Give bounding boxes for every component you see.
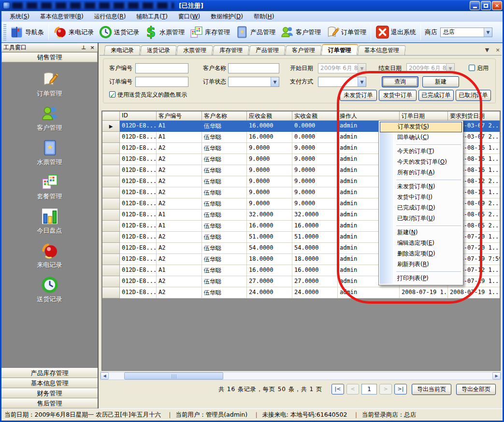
sidebar-item-6[interactable]: 送货记录 xyxy=(1,276,98,304)
enable-checkbox[interactable]: 启用 xyxy=(469,63,489,73)
status-filter-button-3[interactable]: 已取消订单 xyxy=(456,90,491,101)
menu-item-2[interactable]: 运行信息(R) xyxy=(89,12,131,22)
scrollbar-thumb[interactable] xyxy=(124,372,223,380)
first-page-button[interactable]: |< xyxy=(331,384,344,394)
menu-item-6[interactable]: 帮助(H) xyxy=(248,12,279,22)
tab-5[interactable]: 客户管理 xyxy=(285,45,322,55)
row-selector[interactable] xyxy=(102,165,120,176)
dropdown-icon[interactable]: ▼ xyxy=(483,47,491,53)
row-selector[interactable] xyxy=(102,210,120,221)
chevron-down-icon[interactable]: ▼ xyxy=(358,77,366,86)
sidebar-item-5[interactable]: 来电记录 xyxy=(1,241,98,269)
context-menu-item-9[interactable]: 已完成订单(D) xyxy=(380,203,462,213)
context-menu-item-3[interactable]: 今天的订单(T) xyxy=(380,146,462,157)
chevron-down-icon[interactable]: ▼ xyxy=(271,77,279,86)
context-menu-item-13[interactable]: 编辑选定项(E) xyxy=(380,238,462,249)
sidebar-section-3[interactable]: 售后管理 xyxy=(1,398,98,408)
row-selector[interactable] xyxy=(102,132,120,143)
context-menu-item-14[interactable]: 删除选定项(D) xyxy=(380,249,462,259)
context-menu-item-5[interactable]: 所有的订单(A) xyxy=(380,168,462,178)
context-menu-item-0[interactable]: 订单发货(S) xyxy=(380,122,462,132)
prev-page-button[interactable]: < xyxy=(346,384,359,394)
tab-6[interactable]: 订单管理 xyxy=(321,44,358,55)
minimize-icon[interactable] xyxy=(470,1,480,10)
sidebar-section-1[interactable]: 基本信息管理 xyxy=(1,378,98,388)
chevron-down-icon[interactable]: ▼ xyxy=(358,64,366,73)
sidebar-section-sales[interactable]: 销售管理 xyxy=(1,52,98,62)
column-header-2[interactable]: 客户名称 xyxy=(202,112,247,121)
toolbar-grip[interactable] xyxy=(3,24,6,41)
column-header-7[interactable]: 要求到货日期 xyxy=(448,112,500,121)
row-selector[interactable] xyxy=(102,265,120,276)
row-selector[interactable] xyxy=(102,243,120,254)
sidebar-item-0[interactable]: 订单管理 xyxy=(1,70,98,98)
sidebar-section-2[interactable]: 财务管理 xyxy=(1,388,98,398)
customer-no-input[interactable] xyxy=(135,63,188,73)
row-selector[interactable]: ▶ xyxy=(102,121,120,132)
end-date-picker[interactable]: 2009年 6月 8日 ▼ xyxy=(406,63,455,73)
tab-4[interactable]: 产品管理 xyxy=(249,45,286,55)
context-menu-item-17[interactable]: 打印列表(P) xyxy=(380,273,462,284)
shop-select[interactable]: 总店 ▼ xyxy=(440,28,492,37)
context-menu-item-1[interactable]: 回单确认(C) xyxy=(380,132,462,143)
context-menu-item-8[interactable]: 发货中订单(I) xyxy=(380,192,462,203)
chevron-down-icon[interactable]: ▼ xyxy=(446,64,454,73)
column-header-5[interactable]: 操作人 xyxy=(338,112,400,121)
toolbar-button-4[interactable]: 库存管理 xyxy=(187,24,232,41)
tab-3[interactable]: 库存管理 xyxy=(213,45,249,55)
table-row[interactable]: 012D-E8...A2伍华聪24.000024.0000admin2008-0… xyxy=(102,287,500,298)
export-all-pages-button[interactable]: 导出全部页 xyxy=(456,384,496,395)
next-page-button[interactable]: > xyxy=(379,384,392,394)
order-no-input[interactable] xyxy=(135,77,188,87)
title-bar[interactable]: [已注册] × xyxy=(0,0,504,11)
close-icon[interactable]: × xyxy=(492,1,502,10)
toolbar-button-1[interactable]: 来电记录 xyxy=(51,24,96,41)
column-header-4[interactable]: 实收金额 xyxy=(292,112,338,121)
column-header-3[interactable]: 应收金额 xyxy=(247,112,292,121)
scroll-left-icon[interactable]: ◀ xyxy=(101,372,109,380)
scroll-right-icon[interactable]: ▶ xyxy=(492,372,501,380)
sidebar-item-1[interactable]: 客户管理 xyxy=(1,104,98,132)
horizontal-scrollbar[interactable]: ◀ ▶ xyxy=(100,372,501,380)
toolbar-button-3[interactable]: $水票管理 xyxy=(142,24,187,41)
customer-name-input[interactable] xyxy=(228,63,279,73)
row-selector[interactable] xyxy=(102,221,120,232)
order-status-select[interactable]: ▼ xyxy=(228,77,279,87)
sidebar-item-2[interactable]: 水票管理 xyxy=(1,139,98,167)
pay-method-select[interactable]: ▼ xyxy=(318,77,366,87)
row-selector[interactable] xyxy=(102,276,120,287)
menu-item-3[interactable]: 辅助工具(T) xyxy=(131,12,173,22)
new-button[interactable]: 新建 xyxy=(422,76,459,87)
close-icon[interactable]: × xyxy=(89,44,96,51)
last-page-button[interactable]: >| xyxy=(394,384,407,394)
close-icon[interactable]: × xyxy=(494,47,502,53)
toolbar-button-5[interactable]: 产品管理 xyxy=(232,24,278,41)
tab-0[interactable]: 来电记录 xyxy=(104,45,141,55)
column-header-0[interactable]: ID xyxy=(120,112,157,121)
sidebar-section-0[interactable]: 产品库存管理 xyxy=(1,368,98,378)
menu-item-0[interactable]: 系统(S) xyxy=(4,12,35,22)
row-selector[interactable] xyxy=(102,254,120,265)
context-menu-item-7[interactable]: 未发货订单(N) xyxy=(380,182,462,192)
row-selector[interactable] xyxy=(102,198,120,210)
sidebar-item-4[interactable]: 今日盘点 xyxy=(1,207,98,235)
tab-1[interactable]: 送货记录 xyxy=(140,45,177,55)
toolbar-button-0[interactable]: 导航条 xyxy=(7,24,46,41)
row-selector[interactable] xyxy=(102,187,120,198)
row-selector[interactable] xyxy=(102,287,120,298)
toolbar-button-8[interactable]: 退出系统 xyxy=(373,24,418,41)
status-filter-button-0[interactable]: 未发货订单 xyxy=(340,90,377,101)
row-selector[interactable] xyxy=(102,154,120,165)
page-number-input[interactable] xyxy=(361,384,377,394)
menu-item-1[interactable]: 基本信息管理(B) xyxy=(35,12,89,22)
query-button[interactable]: 查询 xyxy=(382,76,418,87)
export-current-page-button[interactable]: 导出当前页 xyxy=(412,384,451,395)
chevron-down-icon[interactable]: ▼ xyxy=(484,28,492,37)
menu-item-4[interactable]: 窗口(W) xyxy=(173,12,205,22)
pin-icon[interactable]: ⊥ xyxy=(80,44,87,51)
row-selector[interactable] xyxy=(102,176,120,187)
color-display-checkbox[interactable]: 使用送货员定义的颜色展示 xyxy=(109,90,187,100)
checkbox-checked-icon[interactable] xyxy=(109,91,115,98)
start-date-picker[interactable]: 2009年 6月 8日 ▼ xyxy=(318,63,366,73)
context-menu-item-12[interactable]: 新建(N) xyxy=(380,227,462,238)
